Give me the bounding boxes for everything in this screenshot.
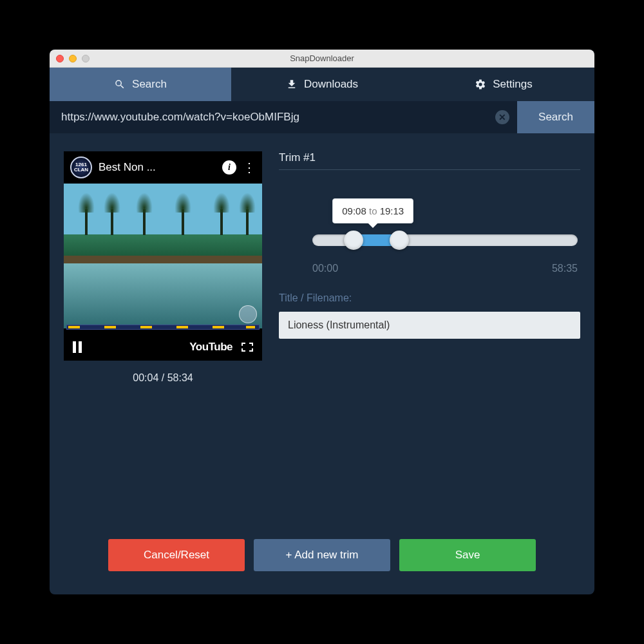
trim-range-tooltip: 09:08 to 19:13: [332, 198, 413, 223]
playback-time: 00:04 / 58:34: [133, 372, 193, 384]
video-frame: [64, 184, 262, 328]
main-tabs: Search Downloads Settings: [50, 68, 594, 101]
save-button[interactable]: Save: [399, 539, 536, 571]
clear-icon: ✕: [495, 110, 509, 124]
channel-avatar: 1261 CLAN: [70, 156, 92, 178]
pause-button[interactable]: [73, 341, 82, 353]
window-title: SnapDownloader: [50, 53, 594, 63]
video-title: Best Non ...: [99, 161, 216, 174]
trim-heading: Trim #1: [279, 151, 580, 170]
trim-panel: Trim #1 09:08 to 19:13 00:00 58:35 Title…: [279, 151, 580, 524]
video-controls: YouTube: [64, 334, 262, 361]
more-icon[interactable]: ⋮: [243, 160, 256, 175]
clear-url-button[interactable]: ✕: [488, 101, 517, 133]
trim-track[interactable]: [312, 234, 578, 246]
search-button[interactable]: Search: [517, 101, 594, 133]
tooltip-end: 19:13: [380, 205, 404, 216]
tooltip-to: to: [369, 205, 377, 216]
tooltip-start: 09:08: [342, 205, 366, 216]
url-input[interactable]: [50, 101, 488, 133]
tab-label: Downloads: [304, 78, 358, 91]
gear-icon: [475, 79, 486, 90]
video-preview-column: 1261 CLAN Best Non ... i ⋮: [64, 151, 262, 524]
tab-label: Settings: [493, 78, 532, 91]
add-new-trim-button[interactable]: + Add new trim: [254, 539, 390, 571]
range-end-label: 58:35: [552, 263, 578, 274]
download-icon: [286, 79, 298, 90]
titlebar: SnapDownloader: [50, 50, 594, 68]
tab-label: Search: [132, 78, 167, 91]
search-icon: [114, 79, 126, 90]
filename-input[interactable]: [279, 312, 580, 339]
video-player[interactable]: 1261 CLAN Best Non ... i ⋮: [64, 151, 262, 361]
trim-slider-area: 09:08 to 19:13: [279, 198, 580, 256]
filename-label: Title / Filename:: [279, 292, 580, 304]
app-window: SnapDownloader Search Downloads Settings…: [50, 50, 594, 594]
info-icon[interactable]: i: [222, 160, 236, 175]
cancel-reset-button[interactable]: Cancel/Reset: [108, 539, 245, 571]
trim-range-labels: 00:00 58:35: [279, 263, 580, 274]
fullscreen-button[interactable]: [242, 343, 253, 352]
tab-search[interactable]: Search: [50, 68, 231, 101]
action-footer: Cancel/Reset + Add new trim Save: [50, 524, 594, 594]
trim-handle-start[interactable]: [344, 231, 363, 250]
content-area: 1261 CLAN Best Non ... i ⋮: [50, 133, 594, 524]
video-header: 1261 CLAN Best Non ... i ⋮: [64, 151, 262, 184]
tab-settings[interactable]: Settings: [413, 68, 594, 101]
tab-downloads[interactable]: Downloads: [231, 68, 413, 101]
range-start-label: 00:00: [312, 263, 338, 274]
watermark-icon: [239, 305, 257, 323]
trim-handle-end[interactable]: [390, 231, 409, 250]
provider-label: YouTube: [189, 341, 232, 354]
video-progress-bar[interactable]: [66, 325, 260, 330]
search-bar: ✕ Search: [50, 101, 594, 133]
